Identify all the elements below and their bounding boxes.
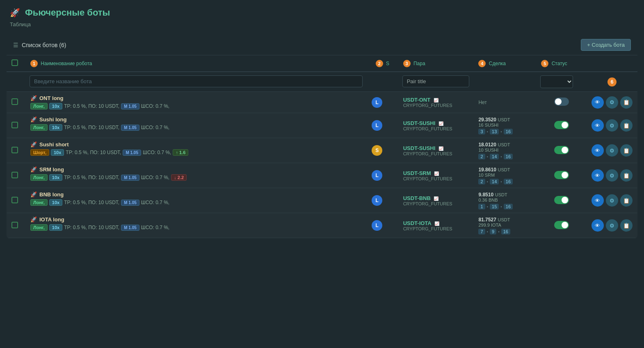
bot-s-cell: L bbox=[367, 113, 398, 138]
table-row: 🚀SRM longЛонг,10xТР: 0.5 %, ПО: 10 USDT,… bbox=[7, 163, 637, 188]
filter-name-cell bbox=[25, 72, 367, 92]
copy-button[interactable]: 📋 bbox=[620, 144, 633, 157]
bot-toggle[interactable] bbox=[554, 221, 569, 229]
settings-button[interactable]: ⚙ bbox=[606, 119, 618, 132]
row-checkbox-cell bbox=[7, 188, 25, 213]
bot-actions-cell: 👁⚙📋 bbox=[587, 92, 637, 113]
bot-toggle[interactable] bbox=[554, 146, 569, 154]
view-button[interactable]: 👁 bbox=[591, 119, 604, 132]
table-row: 🚀IOTA longЛонг,10xТР: 0.5 %, ПО: 10 USDT… bbox=[7, 213, 637, 238]
deal-amount-value: 9.8510 bbox=[478, 192, 493, 198]
deal-step: 1 bbox=[478, 204, 485, 209]
bot-name-cell: 🚀IOTA longЛонг,10xТР: 0.5 %, ПО: 10 USDT… bbox=[25, 213, 367, 238]
settings-button[interactable]: ⚙ bbox=[606, 169, 618, 182]
chart-icon[interactable]: 📈 bbox=[434, 98, 438, 102]
pair-name: USDT-IOTA 📈 bbox=[403, 220, 469, 226]
bot-toggle[interactable] bbox=[554, 196, 569, 204]
chart-icon[interactable]: 📈 bbox=[438, 121, 443, 126]
view-button[interactable]: 👁 bbox=[591, 144, 604, 157]
create-bot-button[interactable]: + Создать бота bbox=[581, 39, 631, 51]
table-row: 🚀Sushi longЛонг,10xТР: 0.5 %, ПО: 10 USD… bbox=[7, 113, 637, 138]
toggle-knob bbox=[562, 147, 568, 153]
bot-pair-cell: USDT-SRM 📈CRYPTORG_FUTURES bbox=[398, 163, 474, 188]
s-badge: L bbox=[372, 220, 382, 231]
bot-wco: ШСО: 0.7 %, bbox=[141, 125, 169, 130]
settings-button[interactable]: ⚙ bbox=[606, 144, 618, 157]
bot-s-cell: L bbox=[367, 92, 398, 113]
bot-m-tag: М 1.05 bbox=[121, 225, 139, 231]
copy-button[interactable]: 📋 bbox=[620, 119, 633, 132]
row-checkbox-cell bbox=[7, 163, 25, 188]
deal-step: 16 bbox=[504, 129, 513, 134]
row-checkbox[interactable] bbox=[11, 147, 18, 153]
bot-name-cell: 🚀BNB longЛонг,10xТР: 0.5 %, ПО: 10 USDT,… bbox=[25, 188, 367, 213]
s-badge: L bbox=[372, 195, 382, 206]
bot-name-text: IOTA long bbox=[39, 216, 64, 223]
bot-m-tag: М 1.05 bbox=[121, 175, 139, 181]
bot-tags: Лонг,10xТР: 0.5 %, ПО: 10 USDT,М 1.05ШСО… bbox=[30, 174, 362, 181]
main-panel: ☰ Список ботов (6) + Создать бота 1 Наим… bbox=[7, 35, 637, 238]
bot-tag: 10x bbox=[49, 174, 62, 181]
toggle-knob bbox=[562, 222, 568, 228]
chart-icon[interactable]: 📈 bbox=[438, 146, 443, 151]
view-button[interactable]: 👁 bbox=[591, 194, 604, 207]
bot-pair-cell: USDT-SUSHI 📈CRYPTORG_FUTURES bbox=[398, 113, 474, 138]
deal-step: 3 bbox=[478, 129, 485, 134]
bot-params: ТР: 0.5 %, ПО: 10 USDT, bbox=[64, 175, 119, 180]
table-row: 🚀BNB longЛонг,10xТР: 0.5 %, ПО: 10 USDT,… bbox=[7, 188, 637, 213]
view-button[interactable]: 👁 bbox=[591, 169, 604, 182]
col-num-1: 1 bbox=[30, 60, 38, 67]
list-icon: ☰ bbox=[13, 42, 18, 48]
bot-toggle[interactable] bbox=[554, 171, 569, 179]
settings-button[interactable]: ⚙ bbox=[606, 96, 618, 109]
bot-wco: ШСО: 0.7 %, bbox=[141, 225, 169, 230]
col-label-deal: Сделка bbox=[489, 61, 506, 66]
bot-toggle[interactable] bbox=[554, 121, 569, 129]
deal-sub: 0.36 BNB bbox=[478, 198, 531, 202]
deal-steps: 2•14•16 bbox=[478, 154, 531, 159]
bot-s-cell: L bbox=[367, 213, 398, 238]
row-checkbox[interactable] bbox=[11, 98, 18, 105]
pair-exchange: CRYPTORG_FUTURES bbox=[403, 126, 469, 131]
chart-icon[interactable]: 📈 bbox=[434, 196, 438, 201]
row-checkbox[interactable] bbox=[11, 122, 18, 128]
pair-filter-input[interactable] bbox=[402, 75, 470, 87]
pair-name: USDT-ONT 📈 bbox=[403, 97, 469, 103]
view-button[interactable]: 👁 bbox=[591, 219, 604, 232]
status-filter-select[interactable] bbox=[540, 75, 573, 88]
bot-tag: 10x bbox=[49, 124, 62, 131]
row-checkbox[interactable] bbox=[11, 222, 18, 228]
deal-step: 9 bbox=[490, 229, 496, 234]
action-buttons: 👁⚙📋 bbox=[591, 119, 633, 132]
bot-actions-cell: 👁⚙📋 bbox=[587, 163, 637, 188]
filter-deal-cell bbox=[473, 72, 536, 92]
bot-status-cell bbox=[536, 213, 587, 238]
bot-tags: Шорт,10xТР: 0.5 %, ПО: 10 USDT,М 1.05ШСО… bbox=[30, 149, 362, 156]
col-num-4: 4 bbox=[478, 60, 486, 67]
copy-button[interactable]: 📋 bbox=[620, 194, 633, 207]
chart-icon[interactable]: 📈 bbox=[434, 171, 439, 176]
copy-button[interactable]: 📋 bbox=[620, 169, 633, 182]
select-all-checkbox[interactable] bbox=[11, 59, 18, 66]
bot-params: ТР: 0.5 %, ПО: 10 USDT, bbox=[64, 103, 119, 109]
deal-amount: 9.8510 USDT bbox=[478, 191, 531, 198]
row-checkbox[interactable] bbox=[11, 197, 18, 203]
pair-name: USDT-SUSHI 📈 bbox=[403, 120, 469, 126]
col-num-5: 5 bbox=[541, 60, 548, 67]
bot-name-cell: 🚀Sushi longЛонг,10xТР: 0.5 %, ПО: 10 USD… bbox=[25, 113, 367, 138]
deal-step: 15 bbox=[490, 204, 499, 209]
name-filter-input[interactable] bbox=[30, 75, 363, 87]
settings-button[interactable]: ⚙ bbox=[606, 194, 618, 207]
copy-button[interactable]: 📋 bbox=[620, 219, 633, 232]
settings-button[interactable]: ⚙ bbox=[606, 219, 618, 232]
bot-toggle[interactable] bbox=[554, 98, 569, 106]
view-button[interactable]: 👁 bbox=[591, 96, 604, 109]
bot-actions-cell: 👁⚙📋 bbox=[587, 113, 637, 138]
row-checkbox-cell bbox=[7, 213, 25, 238]
s-badge: L bbox=[372, 120, 382, 131]
chart-icon[interactable]: 📈 bbox=[434, 221, 439, 226]
copy-button[interactable]: 📋 bbox=[620, 96, 633, 109]
row-checkbox[interactable] bbox=[11, 172, 18, 178]
deal-step: 16 bbox=[501, 229, 510, 234]
s-badge: L bbox=[372, 170, 382, 181]
